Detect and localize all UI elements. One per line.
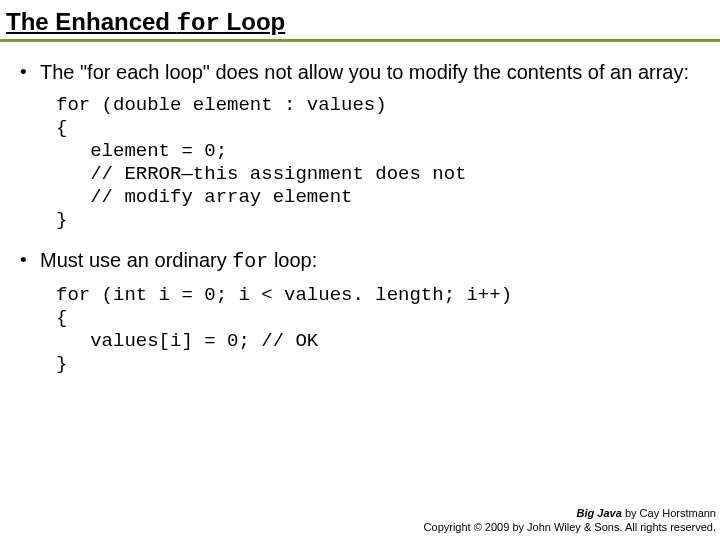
footer-line-1: Big Java by Cay Horstmann <box>424 506 716 520</box>
page-title: The Enhanced for Loop <box>6 8 714 37</box>
bullet2-post: loop: <box>268 249 317 271</box>
title-pre: The Enhanced <box>6 8 177 35</box>
list-item: • Must use an ordinary for loop: <box>20 248 700 274</box>
footer: Big Java by Cay Horstmann Copyright © 20… <box>424 506 716 534</box>
bullet2-code: for <box>232 250 268 273</box>
bullet-text-2: Must use an ordinary for loop: <box>40 248 317 274</box>
bullet-text-1: The "for each loop" does not allow you t… <box>40 60 689 84</box>
code-block-1: for (double element : values) { element … <box>56 94 700 232</box>
list-item: • The "for each loop" does not allow you… <box>20 60 700 84</box>
title-container: The Enhanced for Loop <box>0 0 720 42</box>
bullet-list: • The "for each loop" does not allow you… <box>20 60 700 376</box>
footer-book: Big Java <box>577 507 622 519</box>
code-block-2: for (int i = 0; i < values. length; i++)… <box>56 284 700 376</box>
footer-copyright: Copyright © 2009 by John Wiley & Sons. A… <box>424 520 716 534</box>
bullet-icon: • <box>20 60 40 84</box>
footer-author: by Cay Horstmann <box>622 507 716 519</box>
title-code: for <box>177 10 220 37</box>
bullet-icon: • <box>20 248 40 274</box>
bullet2-pre: Must use an ordinary <box>40 249 232 271</box>
title-post: Loop <box>220 8 285 35</box>
content-area: • The "for each loop" does not allow you… <box>0 42 720 376</box>
